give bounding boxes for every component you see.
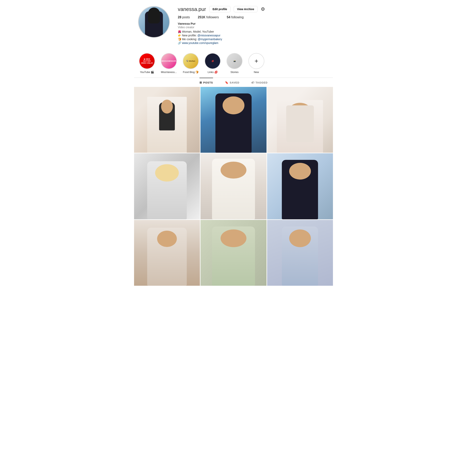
post-image-4 xyxy=(134,153,200,219)
highlight-ring-youtube: ▶ NEW BUTTERVIDEO ONLAY xyxy=(139,53,155,69)
table-row[interactable] xyxy=(267,153,333,219)
following-count: 54 xyxy=(227,15,230,19)
post-image-3 xyxy=(267,87,333,153)
followers-stat[interactable]: 251K followers xyxy=(198,15,219,19)
username: vanessa.pur xyxy=(178,6,206,12)
view-archive-button[interactable]: View Archive xyxy=(234,6,258,12)
highlight-item-stories[interactable]: 📸 Stories xyxy=(226,53,244,74)
highlight-ring-foodblog: 🍳 kitchen xyxy=(183,53,199,69)
posts-tab-icon: ⊞ xyxy=(199,81,202,84)
bio-section: Vanessa Pur Video creator 🌺 Woman, Model… xyxy=(178,22,329,45)
post-image-6 xyxy=(267,153,333,219)
highlights-row: ▶ NEW BUTTERVIDEO ONLAY YouTube 🎬 @MISSV… xyxy=(134,49,333,76)
table-row[interactable] xyxy=(200,220,266,286)
profile-top-row: vanessa.pur Edit profile View Archive ⚙ xyxy=(178,6,329,12)
posts-grid xyxy=(134,87,333,286)
highlight-thumb-youtube: ▶ NEW BUTTERVIDEO ONLAY xyxy=(139,53,155,69)
saved-tab-label: SAVED xyxy=(230,81,239,84)
avatar xyxy=(138,6,170,38)
table-row[interactable] xyxy=(267,220,333,286)
post-image-7 xyxy=(134,220,200,286)
bio-line-3: 🍞 Me cooking: @mygermanbakery xyxy=(178,38,329,41)
saved-tab-icon: 🔖 xyxy=(225,81,229,84)
bio-category: Video creator xyxy=(178,26,329,29)
highlight-ring-new: + xyxy=(248,53,264,69)
highlight-thumb-links: 💋 xyxy=(205,53,220,69)
highlight-label-new: New xyxy=(254,71,259,74)
post-image-5 xyxy=(200,153,266,219)
highlight-item-links[interactable]: 💋 Links 💋 xyxy=(204,53,221,74)
bio-link-line: 🔗 www.youtube.com/vpureglam xyxy=(178,41,329,45)
table-row[interactable] xyxy=(134,153,200,219)
table-row[interactable] xyxy=(200,153,266,219)
following-label: following xyxy=(231,15,244,19)
profile-info: vanessa.pur Edit profile View Archive ⚙ … xyxy=(178,6,329,45)
post-image-2 xyxy=(200,87,266,153)
highlight-item-youtube[interactable]: ▶ NEW BUTTERVIDEO ONLAY YouTube 🎬 xyxy=(138,53,156,74)
edit-profile-button[interactable]: Edit profile xyxy=(209,6,231,12)
avatar-hair xyxy=(148,8,160,24)
highlight-label-stories: Stories xyxy=(231,71,238,74)
bio-line-2: 👉 New profile: @missvanessapur xyxy=(178,34,329,37)
highlight-label-links: Links 💋 xyxy=(208,71,218,74)
highlight-label-youtube: YouTube 🎬 xyxy=(140,71,154,74)
table-row[interactable] xyxy=(134,220,200,286)
highlight-ring-missvaness: @MISSVANESSAPUR xyxy=(161,53,177,69)
highlight-label-missvaness: MissVaness... xyxy=(161,71,177,74)
bio-mention-mygermanbakery[interactable]: @mygermanbakery xyxy=(198,38,222,41)
bio-external-link[interactable]: www.youtube.com/vpureglam xyxy=(182,41,218,45)
highlight-label-foodblog: Food Blog 🍞 xyxy=(183,71,199,74)
plus-icon: + xyxy=(255,57,258,65)
table-row[interactable] xyxy=(200,87,266,153)
tab-posts[interactable]: ⊞ POSTS xyxy=(199,78,213,87)
posts-count: 28 xyxy=(178,15,182,19)
posts-label: posts xyxy=(182,15,190,19)
highlight-ring-links: 💋 xyxy=(205,53,221,69)
highlight-item-new[interactable]: + New xyxy=(247,53,265,74)
highlight-thumb-stories: 📸 xyxy=(227,53,242,69)
following-stat[interactable]: 54 following xyxy=(227,15,244,19)
table-row[interactable] xyxy=(134,87,200,153)
tabs-bar: ⊞ POSTS 🔖 SAVED 🏷 TAGGED xyxy=(134,77,333,87)
highlight-thumb-missvaness: @MISSVANESSAPUR xyxy=(161,53,176,69)
bio-mention-missvanessapur[interactable]: @missvanessapur xyxy=(197,34,220,37)
highlight-thumb-foodblog: 🍳 kitchen xyxy=(183,53,198,69)
bio-full-name: Vanessa Pur xyxy=(178,22,329,25)
highlight-item-missvaness[interactable]: @MISSVANESSAPUR MissVaness... xyxy=(160,53,178,74)
followers-count: 251K xyxy=(198,15,206,19)
profile-header: vanessa.pur Edit profile View Archive ⚙ … xyxy=(134,0,333,49)
bio-line-1: 🌺 Woman, Model, YouTuber xyxy=(178,30,329,33)
tagged-tab-label: TAGGED xyxy=(256,81,268,84)
table-row[interactable] xyxy=(267,87,333,153)
followers-label: followers xyxy=(206,15,219,19)
tab-saved[interactable]: 🔖 SAVED xyxy=(225,78,239,87)
highlight-ring-stories: 📸 xyxy=(227,53,242,69)
tab-tagged[interactable]: 🏷 TAGGED xyxy=(251,78,268,87)
avatar-image xyxy=(138,6,170,38)
settings-icon[interactable]: ⚙ xyxy=(261,6,265,12)
post-image-8 xyxy=(200,220,266,286)
post-image-9 xyxy=(267,220,333,286)
post-image-1 xyxy=(134,87,200,153)
posts-tab-label: POSTS xyxy=(203,81,213,84)
posts-stat: 28 posts xyxy=(178,15,190,19)
profile-stats: 28 posts 251K followers 54 following xyxy=(178,15,329,19)
highlight-item-foodblog[interactable]: 🍳 kitchen Food Blog 🍞 xyxy=(182,53,200,74)
tagged-tab-icon: 🏷 xyxy=(251,81,254,84)
